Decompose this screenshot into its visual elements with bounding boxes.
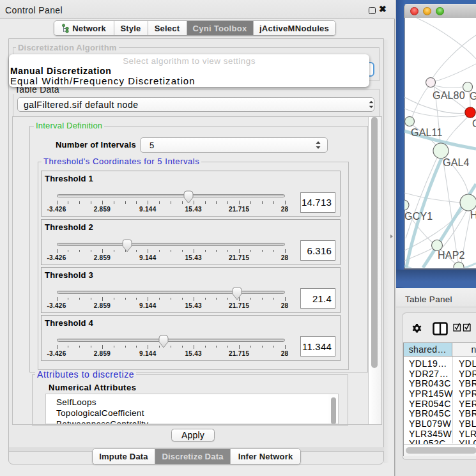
svg-text:GAL80: GAL80 (433, 90, 465, 101)
svg-text:GAL4: GAL4 (443, 157, 470, 168)
svg-text:HI: HI (470, 210, 476, 220)
svg-text:GAL11: GAL11 (411, 127, 443, 138)
svg-text:GCY1: GCY1 (404, 211, 433, 222)
svg-text:GA: GA (470, 91, 476, 102)
svg-text:HAP2: HAP2 (438, 250, 465, 261)
svg-text:CR: CR (472, 118, 476, 129)
